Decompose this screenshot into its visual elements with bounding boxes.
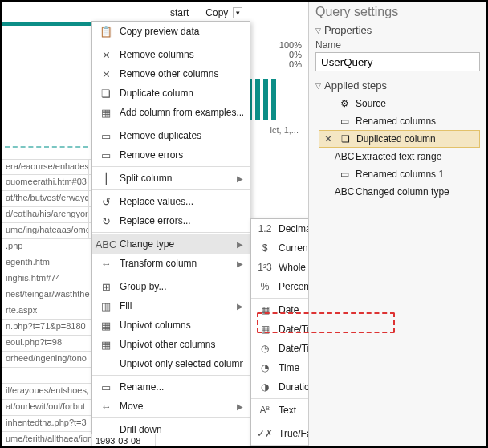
copy-button-label[interactable]: Copy: [205, 7, 228, 18]
menu-item-label: Remove errors: [120, 149, 243, 161]
table-cell[interactable]: rte.aspx: [2, 303, 92, 320]
query-settings-panel: Query settings ▽ Properties Name ▽ Appli…: [308, 2, 486, 446]
step-label: Renamed columns: [356, 116, 436, 127]
remove-cols-icon: ⨯: [99, 47, 113, 62]
menu-item-label: Fill: [120, 300, 230, 312]
unpivot-selected-icon: [99, 356, 113, 371]
step-icon: ABC: [338, 185, 351, 198]
menu-item-fill[interactable]: ▥Fill▶: [92, 296, 250, 316]
menu-item-label: Transform column: [120, 258, 230, 269]
menu-item-duplicate-col[interactable]: ❏Duplicate column: [92, 83, 250, 103]
menu-item-remove-cols[interactable]: ⨯Remove columns: [92, 45, 250, 64]
menu-item-unpivot-selected[interactable]: Unpivot only selected columns: [92, 354, 250, 373]
menu-item-add-col-examples[interactable]: ▦Add column from examples...: [92, 103, 250, 122]
table-cell[interactable]: n.php?t=71&p=8180: [2, 320, 92, 336]
table-cell[interactable]: inhentedtha.php?t=3: [2, 416, 92, 432]
column-context-menu[interactable]: 📋Copy preview data⨯Remove columns⨯Remove…: [92, 21, 250, 448]
copy-dropdown-icon[interactable]: ▾: [233, 7, 242, 18]
menu-item-remove-err[interactable]: ▭Remove errors: [92, 145, 250, 165]
step-icon: ⚙: [338, 97, 351, 110]
step-changedtype[interactable]: ✕ABCChanged column type: [319, 183, 480, 201]
table-cell[interactable]: d/eatlha/his/arengyor: [2, 207, 92, 223]
table-cell[interactable]: at/ourlewit/oul/forbut: [2, 400, 92, 416]
remove-dup-icon: ▭: [99, 128, 113, 143]
dashed-separator: [5, 146, 88, 148]
table-cell[interactable]: era/eaourse/enhades,: [2, 159, 92, 175]
menu-item-label: Remove columns: [120, 49, 243, 60]
whole-icon: 1²3: [258, 260, 272, 275]
applied-steps-list: ✕⚙Source✕▭Renamed columns✕❏Duplicated co…: [315, 95, 480, 201]
menu-item-label: Split column: [120, 173, 230, 184]
table-cell[interactable]: at/the/butvest/erwayc: [2, 191, 92, 207]
menu-item-split-col[interactable]: ⎮Split column▶: [92, 169, 250, 188]
menu-item-unpivot-other[interactable]: ▦Unpivot other columns: [92, 335, 250, 354]
currency-icon: $: [258, 241, 272, 255]
replace-errors-icon: ↻: [99, 214, 113, 228]
submenu-arrow-icon: ▶: [237, 302, 243, 311]
submenu-arrow-icon: ▶: [237, 259, 243, 268]
table-cell[interactable]: il/erayoues/entshoes,: [2, 384, 92, 400]
step-renamed[interactable]: ✕▭Renamed columns: [319, 112, 480, 130]
menu-item-change-type[interactable]: ABCChange type▶: [92, 234, 250, 254]
duplicate-col-icon: ❏: [99, 86, 113, 100]
replace-values-icon: ↺: [99, 194, 113, 209]
table-cell[interactable]: eoul.php?t=98: [2, 336, 92, 352]
date-icon: ▦: [258, 303, 272, 317]
menu-item-label: Duplicate column: [120, 88, 243, 99]
datetime-icon: ▦: [258, 322, 272, 336]
step-duplicated[interactable]: ✕❏Duplicated column: [319, 130, 480, 148]
menu-item-label: Copy preview data: [120, 26, 243, 37]
menu-item-label: Change type: [120, 238, 230, 250]
chevron-down-icon: ▽: [315, 26, 321, 35]
table-cell[interactable]: [2, 368, 92, 384]
table-cell[interactable]: nest/teingar/wasththe: [2, 287, 92, 303]
step-source[interactable]: ✕⚙Source: [319, 95, 480, 112]
menu-item-rename[interactable]: ▭Rename...: [92, 377, 250, 397]
menu-item-group-by[interactable]: ⊞Group by...: [92, 277, 250, 296]
table-cell[interactable]: ume/terith/allthaea/ionyouarewa: [2, 432, 92, 448]
menu-item-label: Move: [120, 401, 230, 412]
stat-0a: 0%: [279, 50, 302, 59]
stats-block: 100% 0% 0%: [279, 40, 302, 69]
step-renamed1[interactable]: ✕▭Renamed columns 1: [319, 165, 480, 183]
table-cell[interactable]: egenth.htm: [2, 255, 92, 271]
menu-item-move[interactable]: ↔Move▶: [92, 397, 250, 416]
move-icon: ↔: [99, 399, 113, 413]
menu-item-label: Group by...: [120, 281, 243, 292]
menu-item-unpivot[interactable]: ▦Unpivot columns: [92, 316, 250, 335]
menu-item-copy-preview[interactable]: 📋Copy preview data: [92, 22, 250, 41]
text-icon: Aᴮ: [258, 403, 272, 417]
query-name-input[interactable]: [315, 52, 480, 71]
properties-section-header[interactable]: ▽ Properties: [315, 24, 480, 36]
menu-item-transform-col[interactable]: ↔Transform column▶: [92, 254, 250, 273]
remove-other-cols-icon: ⨯: [99, 67, 113, 81]
menu-item-label: Replace values...: [120, 196, 243, 207]
step-extracted[interactable]: ✕ABCExtracted text range: [319, 148, 480, 165]
distribution-caption: ict, 1,...: [270, 125, 299, 135]
delete-step-icon[interactable]: ✕: [323, 133, 334, 145]
table-cell[interactable]: ouomeerathi.htm#03: [2, 175, 92, 191]
percentage-icon: %: [258, 279, 272, 294]
menu-item-remove-dup[interactable]: ▭Remove duplicates: [92, 126, 250, 145]
separator: [197, 6, 197, 19]
date-cell[interactable]: 1993-03-08: [92, 434, 156, 448]
menu-item-remove-other-cols[interactable]: ⨯Remove other columns: [92, 64, 250, 83]
header-accent-bar: [2, 22, 92, 26]
stat-0b: 0%: [279, 59, 302, 69]
toolbar-strip: start Copy ▾: [170, 6, 242, 19]
applied-steps-section-header[interactable]: ▽ Applied steps: [315, 79, 480, 92]
duration-icon: ◑: [258, 380, 272, 394]
name-label: Name: [315, 39, 480, 51]
step-icon: ❏: [339, 132, 352, 145]
time-icon: ◔: [258, 360, 272, 375]
table-cell[interactable]: .php: [2, 239, 92, 255]
properties-label: Properties: [324, 24, 372, 36]
menu-item-replace-errors[interactable]: ↻Replace errors...: [92, 211, 250, 230]
table-cell[interactable]: orheed/ngening/tono: [2, 352, 92, 368]
menu-item-label: Remove other columns: [120, 68, 243, 79]
table-cell[interactable]: inghis.htm#74: [2, 271, 92, 287]
table-cell[interactable]: ume/ing/hateaas/ome: [2, 223, 92, 239]
unpivot-other-icon: ▦: [99, 337, 113, 352]
menu-item-replace-values[interactable]: ↺Replace values...: [92, 192, 250, 211]
menu-item-label: Rename...: [120, 381, 243, 393]
